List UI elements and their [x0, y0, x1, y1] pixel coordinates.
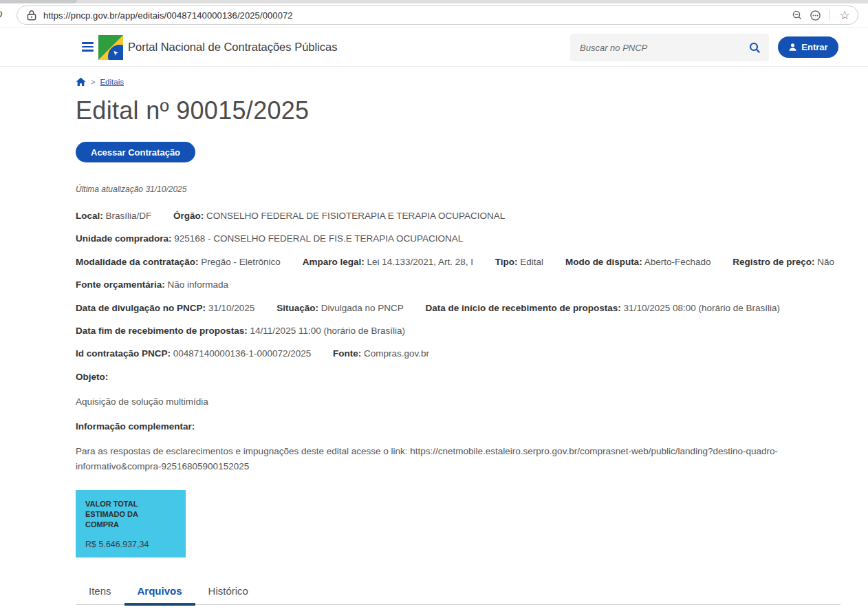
detail-label: Órgão: [173, 211, 204, 221]
browser-toolbar: ↻ https://pncp.gov.br/app/editais/004871… [0, 3, 868, 28]
detail-row: Fonte orçamentária: Não informada [76, 279, 840, 291]
breadcrumb: > Editais [76, 76, 840, 87]
detail-label: Unidade compradora: [76, 233, 172, 244]
search-input[interactable] [580, 43, 748, 53]
detail-label: Fonte: [333, 348, 361, 359]
detail-label: Modo de disputa: [565, 257, 642, 267]
zoom-out-icon[interactable] [791, 9, 803, 21]
valor-total-value: R$ 5.646.937,34 [85, 540, 176, 549]
detail-value: 925168 - CONSELHO FEDERAL DE FIS.E TERAP… [174, 233, 463, 244]
detail-row: Local: Brasília/DF Órgão: CONSELHO FEDER… [76, 211, 840, 222]
detail-value: CONSELHO FEDERAL DE FISIOTERAPIA E TERAP… [206, 211, 505, 221]
breadcrumb-separator: > [91, 78, 95, 86]
detail-row: Unidade compradora: 925168 - CONSELHO FE… [76, 233, 840, 245]
detail-label: Local: [76, 211, 103, 221]
detail-value: Não [817, 257, 834, 267]
tab-itens[interactable]: Itens [76, 578, 124, 604]
valor-total-label: VALOR TOTAL ESTIMADO DA COMPRA [85, 499, 171, 531]
cursor-icon [112, 50, 120, 57]
page-content: > Editais Edital nº 90015/2025 Acessar C… [0, 67, 868, 616]
detail-value: Compras.gov.br [364, 348, 429, 359]
detail-row: Data fim de recebimento de propostas: 14… [76, 326, 840, 337]
detail-value: 31/10/2025 [208, 303, 255, 313]
url-text[interactable]: https://pncp.gov.br/app/editais/00487140… [43, 10, 293, 21]
search-box [570, 34, 769, 61]
site-header: Portal Nacional de Contratações Públicas… [0, 28, 868, 67]
login-label: Entrar [801, 42, 827, 52]
detail-label: Tipo: [495, 257, 518, 267]
detail-value: Não informada [168, 279, 229, 290]
detail-row: Data de divulgação no PNCP: 31/10/2025 S… [76, 303, 840, 315]
home-icon[interactable] [76, 77, 86, 87]
objeto-value: Aquisição de solução multimídia [76, 394, 791, 410]
pncp-logo-icon[interactable] [98, 35, 123, 60]
detail-value: 00487140000136-1-000072/2025 [173, 348, 311, 359]
detail-label: Data fim de recebimento de propostas: [76, 326, 248, 336]
user-icon [788, 43, 797, 52]
detail-label: Registro de preço: [733, 257, 814, 267]
last-update-text: Última atualização 31/10/2025 [76, 184, 840, 194]
detail-value: Edital [520, 257, 543, 267]
detail-value: Divulgada no PNCP [321, 303, 404, 313]
valor-total-box: VALOR TOTAL ESTIMADO DA COMPRA R$ 5.646.… [76, 490, 186, 557]
detail-label: Id contratação PNCP: [76, 348, 171, 359]
detail-label: Fonte orçamentária: [76, 279, 165, 290]
detail-label: Situação: [276, 303, 318, 313]
detail-label: Data de divulgação no PNCP: [76, 303, 206, 313]
detail-value: Brasília/DF [106, 211, 152, 221]
more-options-icon[interactable] [809, 9, 821, 21]
refresh-icon[interactable]: ↻ [0, 6, 3, 22]
info-value: Para as respostas de esclarecimentos e i… [76, 444, 791, 475]
tab-arquivos[interactable]: Arquivos [124, 578, 195, 604]
detail-label: Modalidade da contratação: [76, 257, 199, 267]
address-bar[interactable]: https://pncp.gov.br/app/editais/00487140… [17, 6, 858, 25]
detail-value: Lei 14.133/2021, Art. 28, I [367, 257, 473, 267]
tab-historico[interactable]: Histórico [195, 578, 261, 604]
detail-label: Data de início de recebimento de propost… [426, 303, 621, 313]
edital-details: Local: Brasília/DF Órgão: CONSELHO FEDER… [76, 211, 840, 475]
search-icon[interactable] [748, 41, 761, 54]
lock-icon [25, 9, 38, 21]
detail-value: 31/10/2025 08:00 (horário de Brasília) [624, 303, 780, 313]
objeto-label: Objeto: [76, 372, 840, 383]
detail-label: Amparo legal: [303, 257, 365, 267]
menu-icon[interactable] [82, 42, 94, 54]
access-contract-button[interactable]: Acessar Contratação [76, 142, 195, 162]
login-button[interactable]: Entrar [778, 36, 838, 58]
breadcrumb-link-editais[interactable]: Editais [100, 78, 124, 86]
page-title: Edital nº 90015/2025 [76, 96, 840, 125]
detail-value: Pregão - Eletrônico [201, 257, 281, 267]
detail-value: Aberto-Fechado [644, 257, 711, 267]
detail-row: Modalidade da contratação: Pregão - Elet… [76, 257, 840, 268]
browser-chrome: ↻ https://pncp.gov.br/app/editais/004871… [0, 0, 868, 28]
tab-bar: Itens Arquivos Histórico [76, 578, 840, 605]
detail-row: Id contratação PNCP: 00487140000136-1-00… [76, 348, 840, 360]
site-title: Portal Nacional de Contratações Públicas [128, 41, 338, 54]
detail-value: 14/11/2025 11:00 (horário de Brasília) [250, 326, 405, 336]
bookmark-star-icon[interactable]: ☆ [838, 9, 851, 21]
info-label: Informação complementar: [76, 421, 840, 433]
toolbar-divider [829, 10, 830, 21]
